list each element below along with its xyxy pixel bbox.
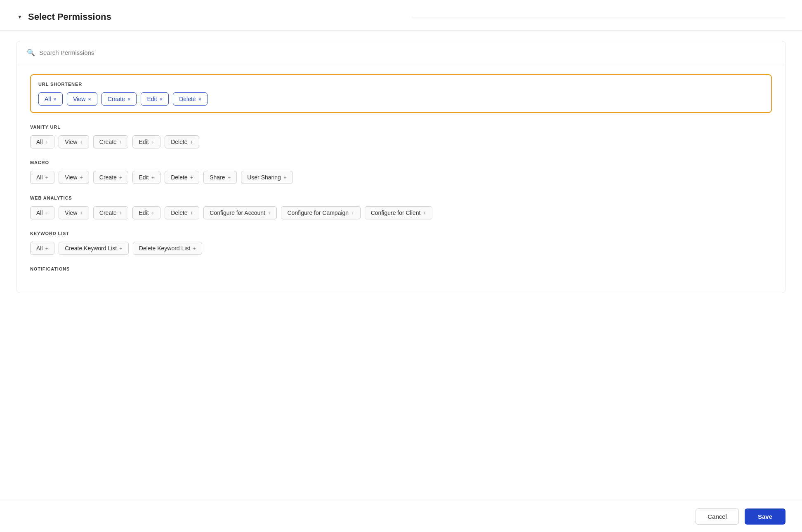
tag-keyword-list-create-keyword-list[interactable]: Create Keyword List+ [59,242,129,255]
plus-icon: + [283,174,287,181]
group-label-vanity-url: VANITY URL [30,125,772,129]
group-label-macro: MACRO [30,160,772,165]
group-label-notifications: NOTIFICATIONS [30,266,772,271]
tag-web-analytics-view[interactable]: View+ [59,206,89,219]
tag-macro-delete[interactable]: Delete+ [165,171,199,184]
plus-icon: + [423,210,426,216]
tag-label: All [36,245,43,252]
permission-group-web-analytics: WEB ANALYTICSAll+View+Create+Edit+Delete… [30,195,772,219]
permissions-body: URL SHORTENERAll×View×Create×Edit×Delete… [17,64,785,293]
tag-vanity-url-view[interactable]: View+ [59,135,89,148]
tag-label: All [45,96,51,102]
tag-keyword-list-delete-keyword-list[interactable]: Delete Keyword List+ [133,242,202,255]
plus-icon: + [45,210,49,216]
tag-macro-share[interactable]: Share+ [203,171,237,184]
tags-row-macro: All+View+Create+Edit+Delete+Share+User S… [30,171,772,184]
chevron-icon: ▼ [17,14,23,20]
main-content: 🔍 URL SHORTENERAll×View×Create×Edit×Dele… [0,31,802,501]
tag-vanity-url-all[interactable]: All+ [30,135,54,148]
tag-label: View [65,139,77,145]
tag-label: View [65,210,77,216]
plus-icon: + [45,245,49,252]
group-label-web-analytics: WEB ANALYTICS [30,195,772,200]
tag-label: Edit [147,96,157,102]
page-container: ▼ Select Permissions 🔍 URL SHORTENERAll×… [0,0,802,532]
tag-label: Configure for Client [371,210,421,216]
tag-label: Create Keyword List [65,245,117,252]
tag-label: Configure for Campaign [287,210,349,216]
tag-web-analytics-delete[interactable]: Delete+ [165,206,199,219]
tag-keyword-list-all[interactable]: All+ [30,242,54,255]
plus-icon: + [151,210,155,216]
tag-label: Create [99,174,117,181]
tag-url-shortener-delete[interactable]: Delete× [173,92,208,106]
plus-icon: + [190,210,193,216]
tag-macro-create[interactable]: Create+ [93,171,129,184]
tag-url-shortener-edit[interactable]: Edit× [141,92,169,106]
tag-web-analytics-configure-for-account[interactable]: Configure for Account+ [203,206,277,219]
tag-label: Configure for Account [210,210,265,216]
tag-label: Edit [139,174,149,181]
tag-vanity-url-create[interactable]: Create+ [93,135,129,148]
close-icon: × [127,96,131,102]
tag-web-analytics-edit[interactable]: Edit+ [132,206,160,219]
tag-label: Share [210,174,225,181]
close-icon: × [160,96,163,102]
save-button[interactable]: Save [745,508,785,525]
plus-icon: + [268,210,271,216]
tag-label: View [65,174,77,181]
permission-group-keyword-list: KEYWORD LISTAll+Create Keyword List+Dele… [30,231,772,255]
permission-group-vanity-url: VANITY URLAll+View+Create+Edit+Delete+ [30,125,772,148]
search-input[interactable] [39,49,775,56]
tag-label: All [36,210,43,216]
plus-icon: + [45,139,49,145]
plus-icon: + [151,174,155,181]
plus-icon: + [119,245,123,252]
plus-icon: + [228,174,231,181]
tag-url-shortener-view[interactable]: View× [67,92,97,106]
tag-web-analytics-configure-for-campaign[interactable]: Configure for Campaign+ [281,206,360,219]
search-icon: 🔍 [27,49,35,56]
tag-vanity-url-edit[interactable]: Edit+ [132,135,160,148]
tags-row-url-shortener: All×View×Create×Edit×Delete× [38,92,764,106]
tag-macro-all[interactable]: All+ [30,171,54,184]
close-icon: × [54,96,57,102]
plus-icon: + [119,139,123,145]
cancel-button[interactable]: Cancel [696,508,739,525]
tag-macro-user-sharing[interactable]: User Sharing+ [241,171,292,184]
tag-label: Delete Keyword List [139,245,191,252]
search-row: 🔍 [17,41,785,64]
close-icon: × [198,96,202,102]
tag-label: Delete [171,139,187,145]
plus-icon: + [351,210,354,216]
tag-label: Create [108,96,125,102]
tag-web-analytics-create[interactable]: Create+ [93,206,129,219]
plus-icon: + [45,174,49,181]
permissions-card: 🔍 URL SHORTENERAll×View×Create×Edit×Dele… [17,41,785,293]
page-title: Select Permissions [28,12,402,22]
header-divider [412,17,785,17]
tag-label: Create [99,139,117,145]
permission-group-notifications: NOTIFICATIONS [30,266,772,271]
tag-label: Edit [139,210,149,216]
close-icon: × [88,96,91,102]
tag-label: Delete [171,210,187,216]
tag-web-analytics-all[interactable]: All+ [30,206,54,219]
tag-label: User Sharing [247,174,281,181]
tag-url-shortener-create[interactable]: Create× [101,92,137,106]
permission-group-url-shortener: URL SHORTENERAll×View×Create×Edit×Delete… [30,74,772,113]
tag-label: View [73,96,85,102]
plus-icon: + [119,210,123,216]
plus-icon: + [119,174,123,181]
tag-macro-view[interactable]: View+ [59,171,89,184]
tag-web-analytics-configure-for-client[interactable]: Configure for Client+ [365,206,432,219]
tag-vanity-url-delete[interactable]: Delete+ [165,135,199,148]
tag-macro-edit[interactable]: Edit+ [132,171,160,184]
group-label-keyword-list: KEYWORD LIST [30,231,772,236]
plus-icon: + [151,139,155,145]
tag-url-shortener-all[interactable]: All× [38,92,63,106]
tag-label: Delete [179,96,196,102]
plus-icon: + [80,174,83,181]
plus-icon: + [193,245,196,252]
tags-row-vanity-url: All+View+Create+Edit+Delete+ [30,135,772,148]
